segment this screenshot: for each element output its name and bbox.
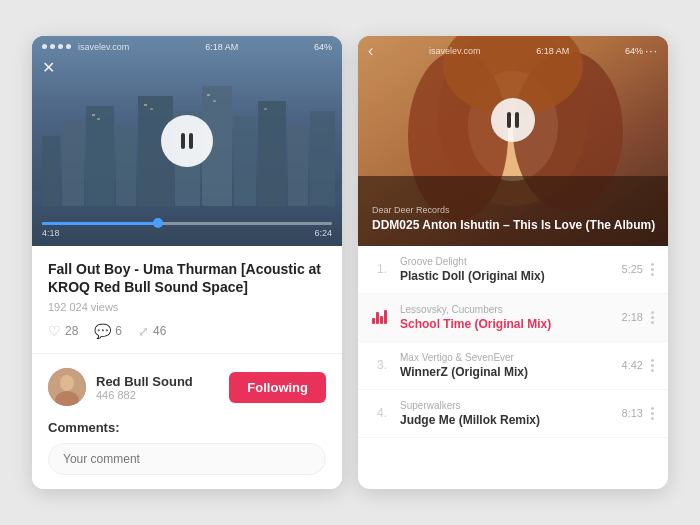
pause-icon — [181, 133, 193, 149]
progress-fill — [42, 222, 158, 225]
ellipsis-dot — [651, 412, 654, 415]
signal-dot-2 — [50, 44, 55, 49]
right-url: isavelev.com — [429, 46, 480, 56]
right-pause-bar-left — [507, 112, 511, 128]
shares-count: 46 — [153, 324, 166, 338]
likes-stat[interactable]: ♡ 28 — [48, 323, 78, 339]
playlist-item-playing[interactable]: Lessovsky, Cucumbers School Time (Origin… — [358, 294, 668, 342]
track-number-4: 4. — [372, 406, 392, 420]
pause-button[interactable] — [161, 115, 213, 167]
left-panel: isavelev.com 6:18 AM 64% ✕ — [32, 36, 342, 489]
track-name-4: Judge Me (Millok Remix) — [400, 413, 622, 427]
track-overlay-info: Dear Deer Records DDM025 Anton Ishutin –… — [372, 205, 655, 234]
playing-bars-icon — [372, 310, 392, 324]
signal-dot-3 — [58, 44, 63, 49]
playlist: 1. Groove Delight Plastic Doll (Original… — [358, 246, 668, 438]
track-details-2: Lessovsky, Cucumbers School Time (Origin… — [400, 304, 622, 331]
left-time: 6:18 AM — [205, 42, 238, 52]
right-pause-bar-right — [515, 112, 519, 128]
track-more-1[interactable] — [651, 263, 654, 276]
bar-2 — [376, 312, 379, 324]
ellipsis-dot — [651, 369, 654, 372]
right-battery: 64% — [625, 46, 643, 56]
pause-bar-left — [181, 133, 185, 149]
right-time: 6:18 AM — [536, 46, 569, 56]
comments-label: Comments: — [48, 420, 326, 435]
channel-avatar — [48, 368, 86, 406]
comments-count: 6 — [115, 324, 122, 338]
comment-icon: 💬 — [94, 323, 111, 339]
heart-icon: ♡ — [48, 323, 61, 339]
signal-dot-4 — [66, 44, 71, 49]
time-total: 6:24 — [314, 228, 332, 238]
ellipsis-dot — [651, 417, 654, 420]
bar-1 — [372, 318, 375, 324]
progress-track[interactable] — [42, 222, 332, 225]
signal-dot-1 — [42, 44, 47, 49]
ellipsis-dot — [651, 407, 654, 410]
track-artist-3: Max Vertigo & SevenEver — [400, 352, 622, 363]
left-video-area: isavelev.com 6:18 AM 64% ✕ — [32, 36, 342, 246]
bar-3 — [380, 316, 383, 324]
bar-4 — [384, 310, 387, 324]
track-details-1: Groove Delight Plastic Doll (Original Mi… — [400, 256, 622, 283]
channel-info: Red Bull Sound 446 882 — [96, 374, 219, 401]
divider — [32, 353, 342, 354]
right-video-area: ‹ isavelev.com 6:18 AM 64% ··· Dea — [358, 36, 668, 246]
track-title: Fall Out Boy - Uma Thurman [Acoustic at … — [48, 260, 326, 296]
track-details-3: Max Vertigo & SevenEver WinnerZ (Origina… — [400, 352, 622, 379]
channel-subs: 446 882 — [96, 389, 219, 401]
ellipsis-dot — [651, 321, 654, 324]
ellipsis-dot — [651, 268, 654, 271]
right-pause-icon — [507, 112, 519, 128]
track-artist-4: Superwalkers — [400, 400, 622, 411]
ellipsis-dot — [651, 311, 654, 314]
left-battery: 64% — [314, 42, 332, 52]
more-options[interactable]: ··· — [645, 44, 658, 58]
channel-name: Red Bull Sound — [96, 374, 219, 389]
track-name-3: WinnerZ (Original Mix) — [400, 365, 622, 379]
ellipsis-dot — [651, 263, 654, 266]
track-number-3: 3. — [372, 358, 392, 372]
channel-row: Red Bull Sound 446 882 Following — [48, 368, 326, 406]
left-info: Fall Out Boy - Uma Thurman [Acoustic at … — [32, 246, 342, 489]
view-count: 192 024 views — [48, 301, 326, 313]
pause-bar-right — [189, 133, 193, 149]
back-button[interactable]: ‹ — [368, 42, 373, 60]
left-status-bar: isavelev.com 6:18 AM 64% — [42, 42, 332, 52]
track-name-1: Plastic Doll (Original Mix) — [400, 269, 622, 283]
ellipsis-dot — [651, 359, 654, 362]
left-url: isavelev.com — [78, 42, 129, 52]
track-more-2[interactable] — [651, 311, 654, 324]
shares-stat[interactable]: ⤢ 46 — [138, 324, 166, 339]
track-artist-1: Groove Delight — [400, 256, 622, 267]
likes-count: 28 — [65, 324, 78, 338]
close-button[interactable]: ✕ — [42, 58, 55, 77]
right-pause-button[interactable] — [491, 98, 535, 142]
playlist-item-4[interactable]: 4. Superwalkers Judge Me (Millok Remix) … — [358, 390, 668, 438]
track-label: Dear Deer Records — [372, 205, 655, 215]
right-status-bar: ‹ isavelev.com 6:18 AM 64% ··· — [368, 42, 658, 60]
right-track-title: DDM025 Anton Ishutin – This Is Love (The… — [372, 218, 655, 234]
playlist-item[interactable]: 1. Groove Delight Plastic Doll (Original… — [358, 246, 668, 294]
progress-bar-area: 4:18 6:24 — [32, 214, 342, 246]
track-duration-2: 2:18 — [622, 311, 643, 323]
comments-stat[interactable]: 💬 6 — [94, 323, 122, 339]
track-duration-3: 4:42 — [622, 359, 643, 371]
time-labels: 4:18 6:24 — [42, 228, 332, 238]
track-number-1: 1. — [372, 262, 392, 276]
track-name-2: School Time (Original Mix) — [400, 317, 622, 331]
share-icon: ⤢ — [138, 324, 149, 339]
track-duration-1: 5:25 — [622, 263, 643, 275]
track-details-4: Superwalkers Judge Me (Millok Remix) — [400, 400, 622, 427]
track-more-3[interactable] — [651, 359, 654, 372]
playlist-item-3[interactable]: 3. Max Vertigo & SevenEver WinnerZ (Orig… — [358, 342, 668, 390]
ellipsis-dot — [651, 273, 654, 276]
svg-point-22 — [60, 375, 74, 391]
comment-input[interactable] — [48, 443, 326, 475]
following-button[interactable]: Following — [229, 372, 326, 403]
track-more-4[interactable] — [651, 407, 654, 420]
track-duration-4: 8:13 — [622, 407, 643, 419]
ellipsis-dot — [651, 364, 654, 367]
time-current: 4:18 — [42, 228, 60, 238]
